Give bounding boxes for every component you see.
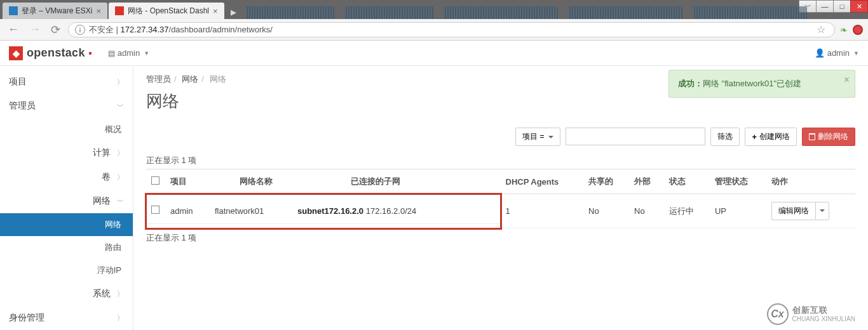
sidebar-item-volume[interactable]: 卷〉 xyxy=(0,165,133,189)
col-name[interactable]: 网络名称 xyxy=(234,169,346,194)
browser-toolbar: ← → ⟳ i 不安全 | 172.27.34.37/dashboard/adm… xyxy=(0,19,868,41)
openstack-icon: ◆ xyxy=(9,46,23,60)
filter-input[interactable] xyxy=(566,128,705,145)
chevron-right-icon: 〉 xyxy=(117,77,124,87)
back-button[interactable]: ← xyxy=(5,23,22,36)
new-tab-button[interactable]: ▸ xyxy=(226,5,241,19)
subnet-cidr: 172.16.2.0/24 xyxy=(366,206,417,216)
col-subnets[interactable]: 已连接的子网 xyxy=(346,169,500,194)
subnet-name: subnet172.16.2.0 xyxy=(297,206,363,216)
window-close-button[interactable]: ✕ xyxy=(850,0,868,13)
tab-title: 网络 - OpenStack Dashl xyxy=(128,6,209,16)
button-label: 删除网络 xyxy=(818,131,848,142)
alert-close-icon[interactable]: × xyxy=(844,74,850,86)
delete-network-button[interactable]: 删除网络 xyxy=(802,128,855,146)
col-dhcp[interactable]: DHCP Agents xyxy=(501,169,584,194)
obscured-tab[interactable] xyxy=(245,6,334,19)
window-controls: ﹀ — □ ✕ xyxy=(799,0,868,14)
chevron-right-icon: 〉 xyxy=(117,314,124,323)
edit-network-button[interactable]: 编辑网络 xyxy=(771,202,816,220)
project-switcher[interactable]: ▤ admin ▼ xyxy=(108,48,149,58)
user-name: admin xyxy=(827,48,850,58)
select-all-checkbox[interactable] xyxy=(151,176,159,185)
project-name: admin xyxy=(118,48,140,58)
watermark-sub: CHUANG XINHULIAN xyxy=(792,315,855,322)
tab-close-icon[interactable]: × xyxy=(213,6,218,16)
project-filter-dropdown[interactable]: 项目 = xyxy=(515,128,560,146)
button-label: 创建网络 xyxy=(759,131,790,142)
cell-subnet: subnet172.16.2.0 172.16.2.0/24 xyxy=(292,198,501,224)
plus-icon: + xyxy=(752,132,757,142)
obscured-tab[interactable] xyxy=(344,6,433,19)
obscured-tab[interactable] xyxy=(693,6,807,19)
watermark-logo-icon: Cx xyxy=(767,303,789,325)
obscured-tab[interactable] xyxy=(568,6,682,19)
row-actions-dropdown[interactable] xyxy=(816,202,829,220)
sidebar-label: 身份管理 xyxy=(9,312,44,324)
reload-button[interactable]: ⟳ xyxy=(48,23,63,37)
row-count-top: 正在显示 1 项 xyxy=(146,155,855,166)
col-admin-state[interactable]: 管理状态 xyxy=(710,169,766,194)
col-status[interactable]: 状态 xyxy=(664,169,710,194)
address-bar[interactable]: i 不安全 | 172.27.34.37/dashboard/admin/net… xyxy=(68,22,835,37)
watermark: Cx 创新互联CHUANG XINHULIAN xyxy=(767,303,855,325)
sidebar-item-admin[interactable]: 管理员﹀ xyxy=(0,94,133,118)
chevron-right-icon: 〉 xyxy=(117,148,124,158)
browser-tab-strip: 登录 – VMware ESXi × 网络 - OpenStack Dashl … xyxy=(0,0,868,19)
networks-table: 项目 网络名称 已连接的子网 DHCP Agents 共享的 外部 状态 管理状… xyxy=(146,169,855,228)
sidebar-label: 计算 xyxy=(15,147,117,159)
brand-logo[interactable]: ◆ openstack xyxy=(9,46,92,60)
button-label: 编辑网络 xyxy=(778,206,809,216)
breadcrumb-admin[interactable]: 管理员 xyxy=(146,74,171,84)
extension-icon[interactable]: ❧ xyxy=(840,25,848,35)
window-minimize-button[interactable]: — xyxy=(816,0,834,13)
button-label: 项目 = xyxy=(522,131,544,142)
cell-dhcp: 1 xyxy=(501,194,584,228)
sidebar-item-overview[interactable]: 概况 xyxy=(0,118,133,141)
alert-text: 网络 "flatnetwork01"已创建 xyxy=(703,79,801,88)
bookmark-star-icon[interactable]: ☆ xyxy=(814,23,828,36)
sidebar-label: 概况 xyxy=(105,124,121,135)
filter-button[interactable]: 筛选 xyxy=(710,128,740,146)
cell-external: No xyxy=(629,194,664,228)
trash-icon xyxy=(809,133,815,140)
forward-button[interactable]: → xyxy=(27,23,43,36)
breadcrumb-network[interactable]: 网络 xyxy=(182,74,198,84)
caret-down-icon: ▼ xyxy=(144,50,149,56)
extension-icon[interactable] xyxy=(853,25,863,35)
chevron-down-icon: ﹀ xyxy=(117,102,124,111)
cell-network-name[interactable]: flatnetwork01 xyxy=(210,198,292,224)
table-toolbar: 项目 = 筛选 +创建网络 删除网络 xyxy=(146,128,855,146)
user-menu[interactable]: 👤 admin ▼ xyxy=(815,48,859,58)
create-network-button[interactable]: +创建网络 xyxy=(745,128,797,146)
tab-close-icon[interactable]: × xyxy=(96,6,101,16)
col-project[interactable]: 项目 xyxy=(165,169,234,194)
obscured-tab[interactable] xyxy=(444,6,558,19)
cell-status: 运行中 xyxy=(664,194,710,228)
col-external[interactable]: 外部 xyxy=(629,169,664,194)
button-label: 筛选 xyxy=(717,131,733,142)
success-alert: 成功：网络 "flatnetwork01"已创建 × xyxy=(668,70,855,98)
chevron-right-icon: 〉 xyxy=(117,173,124,182)
cell-admin-state: UP xyxy=(710,194,766,228)
browser-tab-inactive[interactable]: 登录 – VMware ESXi × xyxy=(3,3,107,19)
sidebar-item-routers[interactable]: 路由 xyxy=(0,236,133,259)
sidebar-item-floating-ip[interactable]: 浮动IP xyxy=(0,259,133,282)
browser-tab-active[interactable]: 网络 - OpenStack Dashl × xyxy=(109,3,224,19)
sidebar-item-networks[interactable]: 网络 xyxy=(0,213,133,236)
sidebar-label: 系统 xyxy=(15,288,117,300)
window-maximize-button[interactable]: □ xyxy=(833,0,851,13)
sidebar-label: 网络 xyxy=(105,219,121,230)
sidebar-item-system[interactable]: 系统〉 xyxy=(0,282,133,306)
caret-down-icon: ▼ xyxy=(853,50,859,56)
row-checkbox[interactable] xyxy=(151,206,159,214)
sidebar-item-project[interactable]: 项目〉 xyxy=(0,70,133,94)
sidebar-item-identity[interactable]: 身份管理〉 xyxy=(0,306,133,330)
sidebar-item-network-group[interactable]: 网络﹀ xyxy=(0,189,133,213)
col-shared[interactable]: 共享的 xyxy=(583,169,629,194)
site-info-icon[interactable]: i xyxy=(75,25,85,35)
sidebar-item-compute[interactable]: 计算〉 xyxy=(0,141,133,165)
user-icon: 👤 xyxy=(815,48,825,58)
cell-project: admin xyxy=(165,198,210,224)
breadcrumb-current: 网络 xyxy=(210,74,226,84)
